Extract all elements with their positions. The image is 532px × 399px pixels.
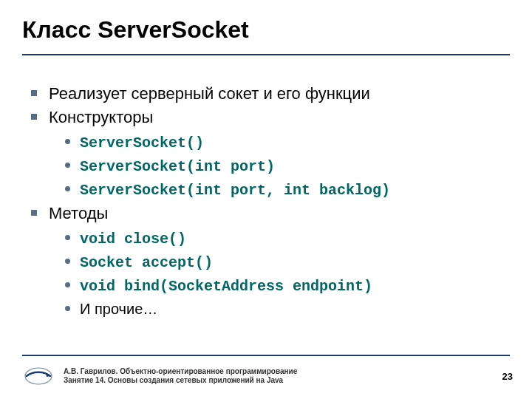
list-item: Методы void close() Socket accept() void…: [28, 202, 510, 320]
footer-divider: [22, 355, 510, 356]
content-area: Реализует серверный сокет и его функции …: [22, 82, 510, 320]
list-item: ServerSocket(int port): [49, 154, 510, 178]
bullet-text: Конструкторы: [49, 108, 153, 126]
footer-text: А.В. Гаврилов. Объектно-ориентированное …: [64, 367, 297, 386]
bullet-list: Реализует серверный сокет и его функции …: [28, 82, 510, 320]
list-item: Socket accept(): [49, 250, 510, 274]
list-item: Конструкторы ServerSocket() ServerSocket…: [28, 106, 510, 202]
code-text: void bind(SocketAddress endpoint): [80, 278, 372, 295]
slide-title: Класс ServerSocket: [22, 16, 510, 44]
code-text: void close(): [80, 231, 186, 248]
list-item: ServerSocket(int port, int backlog): [49, 178, 510, 202]
bullet-text: Методы: [49, 204, 108, 222]
code-text: ServerSocket(int port): [80, 158, 275, 175]
footer: А.В. Гаврилов. Объектно-ориентированное …: [0, 366, 532, 386]
list-item: void close(): [49, 227, 510, 250]
page-number: 23: [502, 371, 513, 382]
sub-list: void close() Socket accept() void bind(S…: [49, 227, 510, 320]
slide: Класс ServerSocket Реализует серверный с…: [0, 0, 532, 399]
code-text: ServerSocket(): [80, 134, 204, 151]
list-item: ServerSocket(): [49, 131, 510, 154]
list-item: И прочие…: [49, 298, 510, 320]
sub-list: ServerSocket() ServerSocket(int port) Se…: [49, 131, 510, 202]
code-text: ServerSocket(int port, int backlog): [80, 182, 390, 199]
footer-line2: Занятие 14. Основы создания сетевых прил…: [64, 376, 297, 386]
list-item: void bind(SocketAddress endpoint): [49, 274, 510, 298]
title-divider: [22, 54, 510, 55]
code-text: Socket accept(): [80, 254, 213, 271]
bullet-text: Реализует серверный сокет и его функции: [49, 84, 370, 103]
logo-icon: [24, 366, 53, 386]
bullet-text: И прочие…: [80, 301, 157, 317]
footer-line1: А.В. Гаврилов. Объектно-ориентированное …: [64, 367, 297, 377]
list-item: Реализует серверный сокет и его функции: [28, 82, 510, 106]
